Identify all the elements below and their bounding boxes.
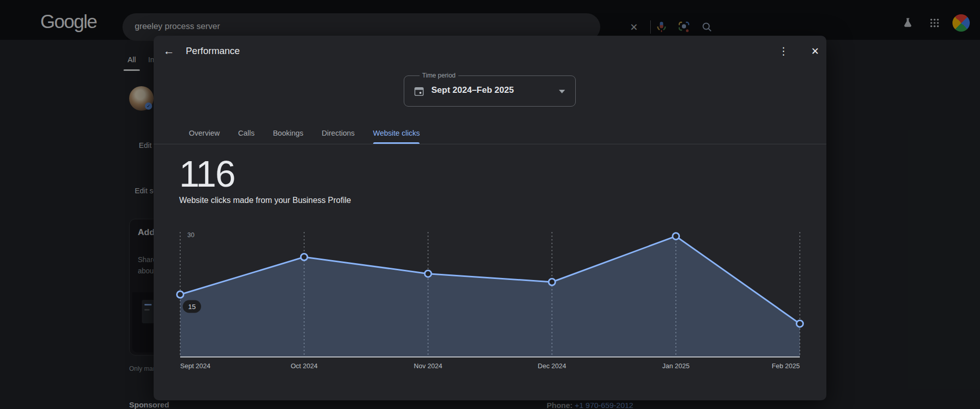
clicks-chart-svg: 30Sept 2024Oct 2024Nov 2024Dec 2024Jan 2… xyxy=(154,227,826,380)
kebab-menu-icon[interactable]: ⋮ xyxy=(775,43,792,59)
svg-text:30: 30 xyxy=(187,232,194,239)
metric-description: Website clicks made from your Business P… xyxy=(179,196,351,205)
close-icon[interactable]: ✕ xyxy=(807,43,823,59)
performance-tabs: Overview Calls Bookings Directions Websi… xyxy=(154,122,826,144)
metric-value: 116 xyxy=(179,153,235,195)
back-arrow-icon[interactable]: ← xyxy=(161,43,177,59)
svg-text:Nov 2024: Nov 2024 xyxy=(414,362,443,370)
svg-text:Dec 2024: Dec 2024 xyxy=(538,362,567,370)
time-period-select[interactable]: Time period Sept 2024–Feb 2025 xyxy=(404,75,576,107)
svg-text:Oct 2024: Oct 2024 xyxy=(290,362,317,370)
dialog-title: Performance xyxy=(186,45,240,57)
calendar-icon xyxy=(413,85,425,99)
tab-calls[interactable]: Calls xyxy=(238,129,254,144)
tab-bookings[interactable]: Bookings xyxy=(273,129,304,144)
svg-text:Sept 2024: Sept 2024 xyxy=(180,362,210,370)
time-period-label: Time period xyxy=(420,72,458,79)
tab-website-clicks[interactable]: Website clicks xyxy=(373,129,420,144)
performance-dialog: ← Performance ⋮ ✕ Time period Sept 2024–… xyxy=(154,36,826,400)
svg-text:15: 15 xyxy=(188,303,195,311)
clicks-chart[interactable]: 30Sept 2024Oct 2024Nov 2024Dec 2024Jan 2… xyxy=(154,227,826,380)
tab-overview[interactable]: Overview xyxy=(189,129,219,144)
svg-text:Feb 2025: Feb 2025 xyxy=(772,362,800,370)
dropdown-caret-icon xyxy=(559,90,565,93)
svg-text:Jan 2025: Jan 2025 xyxy=(662,362,690,370)
time-period-value: Sept 2024–Feb 2025 xyxy=(431,85,514,95)
tab-directions[interactable]: Directions xyxy=(322,129,354,144)
